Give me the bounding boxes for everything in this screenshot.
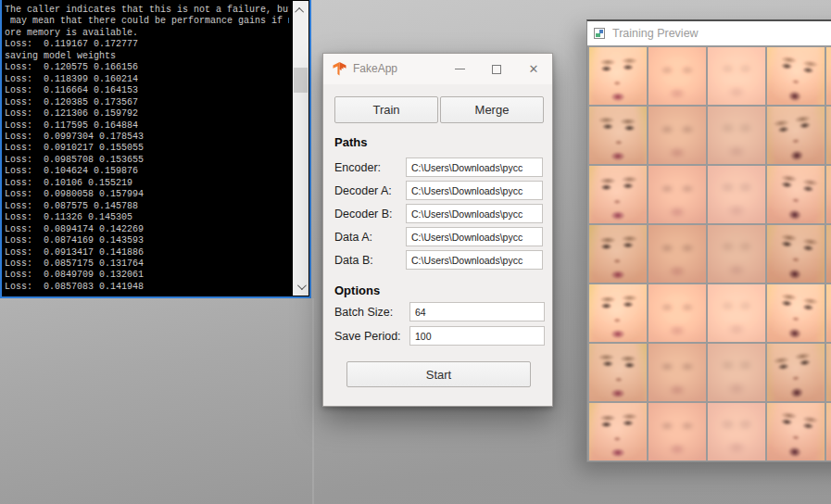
- decoder-b-path-input[interactable]: [406, 204, 543, 223]
- console-line: Loss: 0.0857083 0.141948: [5, 282, 289, 293]
- batch-size-label: Batch Size:: [334, 302, 393, 322]
- close-icon: ✕: [529, 63, 539, 75]
- preview-face-edge: [826, 47, 831, 105]
- preview-face-recon-1: [648, 403, 706, 460]
- console-line: Loss: 0.0849709 0.132061: [5, 270, 289, 281]
- train-button[interactable]: Train: [334, 96, 438, 123]
- console-line: Loss: 0.116664 0.164153: [5, 85, 289, 96]
- console-line: The caller indicates that this is not a …: [5, 5, 289, 16]
- minimize-button[interactable]: [441, 54, 478, 84]
- preview-face-sharp-a: [589, 284, 647, 342]
- preview-face-edge: [826, 107, 831, 164]
- preview-face-sharp-a: [589, 107, 647, 164]
- preview-face-sharp-a: [589, 47, 647, 105]
- merge-button[interactable]: Merge: [440, 96, 544, 123]
- decoder-b-row: Decoder B:: [323, 204, 552, 227]
- console-line: saving model weights: [5, 51, 289, 62]
- console-line: ore memory is available.: [5, 28, 289, 39]
- data-b-label: Data B:: [334, 250, 373, 271]
- preview-window-icon: [594, 28, 605, 39]
- preview-face-sharp-a: [589, 166, 647, 223]
- console-line: Loss: 0.10106 0.155219: [5, 178, 289, 189]
- data-b-row: Data B:: [323, 250, 552, 273]
- preview-face-recon-1: [648, 47, 706, 105]
- maximize-icon: [492, 65, 501, 74]
- preview-face-sharp-b: [767, 344, 825, 401]
- preview-grid: [587, 46, 831, 460]
- paths-heading: Paths: [334, 135, 367, 149]
- preview-face-recon-2: [708, 403, 765, 460]
- preview-face-recon-2: [708, 225, 765, 283]
- console-scrollbar[interactable]: [293, 1, 308, 296]
- data-b-path-input[interactable]: [406, 250, 543, 270]
- preview-face-recon-2: [708, 284, 765, 342]
- preview-face-sharp-a: [589, 344, 647, 401]
- fakeapp-window: FakeApp ✕ Train Merge Paths Encoder: Dec…: [322, 53, 553, 407]
- console-line: Loss: 0.0985708 0.153655: [5, 155, 289, 166]
- desktop: { "console": { "lines": [ "The caller in…: [0, 0, 831, 504]
- decoder-a-label: Decoder A:: [334, 181, 392, 201]
- minimize-icon: [455, 69, 465, 69]
- save-period-row: Save Period:: [323, 326, 552, 349]
- console-line: Loss: 0.0894174 0.142269: [5, 224, 289, 235]
- preview-face-edge: [826, 344, 831, 401]
- preview-face-sharp-a: [589, 225, 647, 283]
- encoder-label: Encoder:: [334, 158, 381, 178]
- console-output: The caller indicates that this is not a …: [5, 5, 289, 294]
- batch-size-input[interactable]: [409, 302, 545, 321]
- training-preview-window: Training Preview: [586, 19, 831, 462]
- preview-face-recon-2: [708, 344, 765, 401]
- window-title: FakeApp: [353, 54, 397, 84]
- preview-face-recon-1: [648, 166, 706, 223]
- console-line: Loss: 0.11326 0.145305: [5, 212, 289, 223]
- save-period-input[interactable]: [409, 326, 545, 346]
- console-line: Loss: 0.117595 0.164884: [5, 120, 289, 132]
- options-heading: Options: [334, 284, 380, 297]
- data-a-row: Data A:: [323, 227, 552, 250]
- console-line: Loss: 0.121306 0.159792: [5, 108, 289, 120]
- maximize-button[interactable]: [478, 54, 515, 84]
- scrollbar-thumb[interactable]: [294, 68, 308, 93]
- data-a-path-input[interactable]: [406, 227, 543, 246]
- preview-face-edge: [826, 225, 831, 283]
- preview-face-edge: [826, 166, 831, 223]
- console-line: Loss: 0.120385 0.173567: [5, 97, 289, 108]
- console-window: The caller indicates that this is not a …: [0, 0, 311, 298]
- preview-face-sharp-b: [767, 284, 825, 342]
- console-line: Loss: 0.0874169 0.143593: [5, 235, 289, 246]
- console-line: Loss: 0.104624 0.159876: [5, 166, 289, 177]
- preview-face-recon-1: [648, 107, 706, 164]
- preview-face-sharp-b: [767, 403, 825, 460]
- preview-face-sharp-b: [767, 166, 825, 223]
- preview-face-edge: [826, 284, 831, 342]
- console-line: Loss: 0.0913417 0.141886: [5, 247, 289, 258]
- fakeapp-logo-icon: [332, 61, 347, 77]
- close-button[interactable]: ✕: [515, 54, 552, 84]
- console-line: Loss: 0.0997304 0.178543: [5, 132, 289, 143]
- decoder-a-path-input[interactable]: [406, 181, 543, 200]
- preview-face-edge: [826, 403, 831, 460]
- encoder-row: Encoder:: [323, 158, 552, 181]
- scroll-down-button[interactable]: [293, 279, 308, 294]
- preview-face-recon-2: [708, 166, 765, 223]
- preview-face-recon-2: [708, 107, 765, 164]
- chevron-up-icon: [295, 6, 304, 16]
- start-button[interactable]: Start: [346, 361, 531, 387]
- console-line: Loss: 0.118399 0.160214: [5, 74, 289, 85]
- console-line: may mean that there could be performance…: [5, 16, 289, 27]
- console-line: Loss: 0.119167 0.172777: [5, 39, 289, 50]
- preview-face-sharp-b: [767, 47, 825, 105]
- preview-face-sharp-b: [767, 107, 825, 164]
- preview-window-title: Training Preview: [612, 21, 699, 45]
- fakeapp-titlebar[interactable]: FakeApp ✕: [323, 54, 552, 84]
- window-edge-highlight: [312, 298, 314, 504]
- preview-face-sharp-a: [589, 403, 647, 460]
- preview-titlebar[interactable]: Training Preview: [587, 21, 831, 45]
- preview-face-recon-1: [648, 225, 706, 283]
- preview-face-sharp-b: [767, 225, 825, 283]
- encoder-path-input[interactable]: [406, 158, 543, 177]
- save-period-label: Save Period:: [334, 326, 401, 346]
- scroll-up-button[interactable]: [293, 3, 308, 18]
- preview-face-recon-1: [648, 344, 706, 401]
- decoder-b-label: Decoder B:: [334, 204, 393, 224]
